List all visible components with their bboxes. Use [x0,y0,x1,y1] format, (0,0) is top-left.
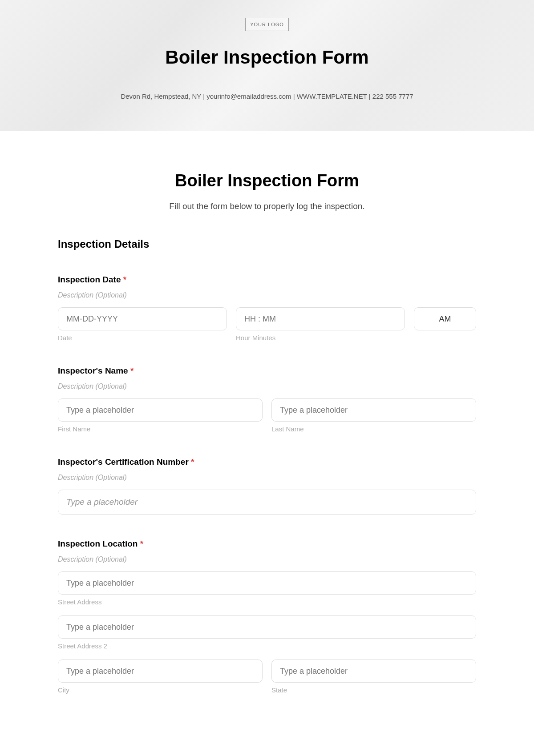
required-marker: * [130,366,134,375]
header-title: Boiler Inspection Form [0,47,534,68]
last-name-input[interactable] [271,398,476,422]
street-address-2-input[interactable] [58,615,476,639]
header-banner: YOUR LOGO Boiler Inspection Form Devon R… [0,0,534,131]
sublabel-first-name: First Name [58,425,263,433]
first-name-input[interactable] [58,398,263,422]
sublabel-time: Hour Minutes [236,334,405,342]
sublabel-state: State [271,686,476,694]
city-input[interactable] [58,659,263,683]
label-inspection-location: Inspection Location * [58,539,476,549]
sublabel-street-address-2: Street Address 2 [58,642,476,650]
ampm-select[interactable]: AM [414,307,476,330]
sublabel-street-address: Street Address [58,598,476,606]
state-input[interactable] [271,659,476,683]
required-marker: * [123,275,126,284]
label-inspection-date: Inspection Date * [58,275,476,285]
time-input[interactable] [236,307,405,330]
sublabel-city: City [58,686,263,694]
contact-info: Devon Rd, Hempstead, NY | yourinfo@email… [0,92,534,100]
form-title: Boiler Inspection Form [58,171,476,190]
cert-number-input[interactable]: Type a placeholder [58,490,476,515]
date-input[interactable] [58,307,227,330]
field-inspection-date: Inspection Date * Description (Optional)… [58,275,476,342]
description-cert-number: Description (Optional) [58,474,476,482]
required-marker: * [191,457,194,466]
field-cert-number: Inspector's Certification Number * Descr… [58,457,476,515]
label-inspector-name: Inspector's Name * [58,366,476,376]
description-inspection-location: Description (Optional) [58,555,476,563]
section-heading-inspection-details: Inspection Details [58,238,476,250]
required-marker: * [140,539,143,548]
street-address-input[interactable] [58,571,476,595]
logo-placeholder: YOUR LOGO [245,18,289,31]
field-inspector-name: Inspector's Name * Description (Optional… [58,366,476,433]
form-subtitle: Fill out the form below to properly log … [58,201,476,211]
form-container: Boiler Inspection Form Fill out the form… [0,131,534,712]
description-inspector-name: Description (Optional) [58,382,476,390]
field-inspection-location: Inspection Location * Description (Optio… [58,539,476,694]
sublabel-last-name: Last Name [271,425,476,433]
sublabel-date: Date [58,334,227,342]
label-cert-number: Inspector's Certification Number * [58,457,476,467]
description-inspection-date: Description (Optional) [58,291,476,299]
